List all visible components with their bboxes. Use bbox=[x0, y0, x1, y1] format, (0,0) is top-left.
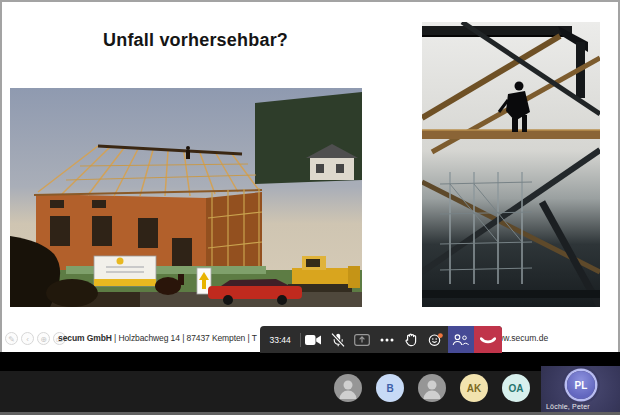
raise-hand-icon bbox=[405, 333, 418, 347]
avatar-initials: AK bbox=[467, 383, 481, 394]
shared-slide: Unfall vorhersehbar? bbox=[0, 0, 620, 352]
participant-name-label: Löchle, Peter bbox=[546, 403, 590, 410]
pen-icon[interactable]: ✎ bbox=[5, 332, 18, 345]
teams-meeting-window: Unfall vorhersehbar? bbox=[0, 0, 620, 415]
participants-button[interactable] bbox=[448, 326, 473, 353]
reactions-button[interactable] bbox=[424, 326, 449, 353]
participant-avatar-b[interactable]: B bbox=[376, 374, 404, 402]
avatar-initials: PL bbox=[575, 380, 588, 391]
camera-button[interactable] bbox=[301, 326, 326, 353]
mic-muted-icon bbox=[331, 333, 345, 347]
previous-icon[interactable]: ‹ bbox=[21, 332, 34, 345]
person-silhouette-icon bbox=[418, 374, 446, 402]
person-silhouette-icon bbox=[334, 374, 362, 402]
microphone-button[interactable] bbox=[326, 326, 351, 353]
magnifier-icon[interactable]: ⊕ bbox=[37, 332, 50, 345]
avatar-initials: OA bbox=[509, 383, 524, 394]
slide-footer-address: secum GmbH | Holzbachweg 14 | 87437 Kemp… bbox=[58, 333, 257, 343]
raise-hand-button[interactable] bbox=[399, 326, 424, 353]
more-options-button[interactable] bbox=[375, 326, 400, 353]
slide-footer-company: secum GmbH bbox=[58, 333, 112, 343]
participant-tile-active[interactable]: PL Löchle, Peter bbox=[541, 366, 620, 412]
participant-avatar-silhouette[interactable] bbox=[334, 374, 362, 402]
reactions-icon bbox=[428, 333, 443, 347]
participants-icon bbox=[452, 334, 469, 346]
photo-steel-structure-worker bbox=[422, 22, 600, 307]
participant-avatar-silhouette[interactable] bbox=[418, 374, 446, 402]
participant-avatar-pl: PL bbox=[567, 371, 595, 399]
letterbox-band bbox=[0, 352, 620, 371]
meeting-toolbar: 33:44 bbox=[260, 326, 502, 353]
hang-up-button[interactable] bbox=[474, 326, 502, 353]
participant-avatar-ak[interactable]: AK bbox=[460, 374, 488, 402]
participants-strip: B AK OA bbox=[0, 371, 620, 412]
hang-up-icon bbox=[480, 336, 496, 344]
share-screen-icon bbox=[354, 334, 370, 346]
share-screen-button[interactable] bbox=[350, 326, 375, 353]
meeting-timer: 33:44 bbox=[260, 335, 300, 345]
presentation-controls: ✎ ‹ ⊕ ▭ bbox=[5, 332, 66, 345]
camera-icon bbox=[305, 335, 321, 345]
more-options-icon bbox=[380, 338, 394, 342]
slide-title: Unfall vorhersehbar? bbox=[103, 30, 288, 51]
photo-house-construction bbox=[10, 88, 362, 307]
avatar-initials: B bbox=[386, 383, 393, 394]
participant-avatar-oa[interactable]: OA bbox=[502, 374, 530, 402]
